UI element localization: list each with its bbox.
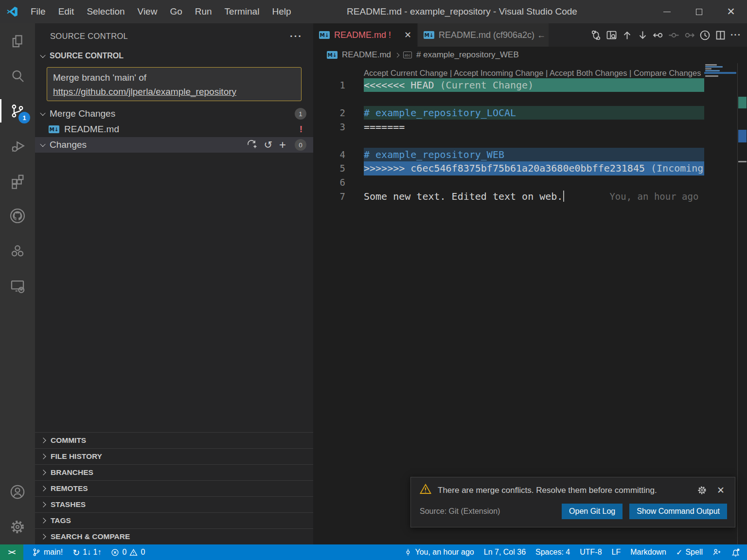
minimap[interactable] [704,63,737,544]
section-commits-label: COMMITS [51,436,86,445]
merge-changes-section[interactable]: Merge Changes 1 [35,106,313,122]
commit-message-input[interactable]: Merge branch 'main' of https://github.co… [47,67,302,101]
code-editor[interactable]: Accept Current Change | Accept Incoming … [313,63,747,544]
eol-item[interactable]: LF [607,544,626,560]
accounts-icon[interactable] [0,474,35,509]
current-change-icon[interactable] [666,28,681,42]
chevron-right-icon [40,470,46,475]
line-text: <<<<<<< HEAD [364,79,440,91]
branch-status-item[interactable]: main! [27,544,68,560]
split-editor-icon[interactable] [713,28,728,42]
breadcrumb-symbol[interactable]: # example_repository_WEB [416,50,519,60]
explorer-icon[interactable] [0,23,35,58]
section-remotes[interactable]: REMOTES [35,480,313,496]
tab-close-icon[interactable]: ✕ [404,30,411,40]
maximize-button[interactable] [683,0,715,23]
cursor-position-item[interactable]: Ln 7, Col 36 [479,544,531,560]
chevron-right-icon [395,52,400,57]
previous-conflict-icon[interactable] [620,28,634,42]
menu-edit[interactable]: Edit [52,0,81,23]
chevron-right-icon [40,486,46,491]
search-icon[interactable] [0,58,35,93]
code-line-4: 4 # example_repository_WEB [313,148,747,162]
julia-icon[interactable] [0,233,35,268]
chevron-down-icon [40,110,45,116]
previous-change-icon[interactable] [651,28,665,42]
open-changes-icon[interactable] [588,28,603,42]
window-controls: ✕ [651,0,747,23]
tab-readme-active[interactable]: M↓ README.md ! ✕ [313,23,417,47]
source-control-icon[interactable]: 1 [0,93,35,128]
sidebar-more-actions-icon[interactable]: ··· [290,34,302,38]
editor-actions: ··· [549,23,747,47]
notification-settings-gear-icon[interactable] [695,484,708,497]
next-change-icon[interactable] [682,28,696,42]
chevron-right-icon [40,438,46,443]
menu-file[interactable]: File [24,0,52,23]
close-button[interactable]: ✕ [715,0,747,23]
stash-all-icon[interactable] [247,139,257,151]
open-git-log-button[interactable]: Open Git Log [562,504,622,519]
blame-status-item[interactable]: You, an hour ago [399,544,479,560]
remote-explorer-icon[interactable] [0,268,35,303]
section-branches[interactable]: BRANCHES [35,464,313,480]
title-bar: File Edit Selection View Go Run Terminal… [0,0,747,23]
indentation-item[interactable]: Spaces: 4 [531,544,575,560]
section-commits[interactable]: COMMITS [35,432,313,448]
sync-status-item[interactable]: ↻ 1↓ 1↑ [68,544,106,560]
run-debug-icon[interactable] [0,128,35,163]
code-line-2: 2 # example_repository_LOCAL [313,106,747,120]
menu-selection[interactable]: Selection [80,0,131,23]
merge-changes-badge: 1 [295,108,306,120]
line-number: 4 [313,149,364,160]
merge-codelens-row: Accept Current Change | Accept Incoming … [313,64,747,78]
section-search-compare[interactable]: SEARCH & COMPARE [35,528,313,544]
breadcrumb-file[interactable]: README.md [342,50,391,60]
timeline-history-icon[interactable] [697,28,712,42]
notifications-bell-icon[interactable] [726,544,747,560]
source-control-section-label: SOURCE CONTROL [50,52,124,60]
vscode-logo-icon [0,0,24,23]
code-line-3: 3 ======= [313,120,747,134]
next-conflict-icon[interactable] [635,28,650,42]
show-command-output-button[interactable]: Show Command Output [629,504,727,519]
remote-indicator[interactable]: >< [0,544,23,560]
open-preview-icon[interactable] [604,28,619,42]
source-control-section-header[interactable]: SOURCE CONTROL [35,49,313,63]
discard-changes-icon[interactable]: ↺ [264,140,272,150]
warning-count: 0 [141,548,145,557]
section-tags[interactable]: TAGS [35,512,313,528]
line-number: 6 [313,177,364,188]
section-stashes[interactable]: STASHES [35,496,313,512]
language-mode-item[interactable]: Markdown [625,544,671,560]
settings-gear-icon[interactable] [0,509,35,544]
menu-run[interactable]: Run [189,0,218,23]
changes-section[interactable]: Changes ↺ + 0 [35,137,313,153]
conflict-file-row[interactable]: M↓ README.md ! [35,122,313,137]
menu-help[interactable]: Help [266,0,297,23]
menu-go[interactable]: Go [163,0,188,23]
github-icon[interactable] [0,198,35,233]
overview-ruler[interactable] [737,63,747,544]
commit-message-link[interactable]: https://github.com/jlperla/example_repos… [53,85,295,99]
feedback-icon[interactable] [708,544,726,560]
spell-check-item[interactable]: ✓ Spell [671,544,708,560]
editor-group: M↓ README.md ! ✕ M↓ README.md (cf906a2c)… [313,23,747,544]
problems-status-item[interactable]: 0 0 [106,544,150,560]
changes-label: Changes [50,140,87,150]
menu-terminal[interactable]: Terminal [218,0,266,23]
notification-close-icon[interactable]: ✕ [714,484,727,497]
minimize-button[interactable] [651,0,683,23]
extensions-icon[interactable] [0,163,35,198]
merge-codelens-actions[interactable]: Accept Current Change | Accept Incoming … [364,64,704,78]
menu-view[interactable]: View [131,0,164,23]
code-line-5: 5 >>>>>>> c6ec546f8375bf75b61a20a3680e0b… [313,161,747,175]
section-file-history[interactable]: FILE HISTORY [35,448,313,464]
stage-all-icon[interactable]: + [279,140,286,150]
tab-readme-diff[interactable]: M↓ README.md (cf906a2c) ← [417,23,549,47]
ruler-cursor-mark [738,161,747,162]
blame-text: You, an hour ago [415,548,474,557]
current-change-label: (Current Change) [440,79,534,91]
encoding-item[interactable]: UTF-8 [575,544,606,560]
more-actions-icon[interactable]: ··· [729,28,743,42]
